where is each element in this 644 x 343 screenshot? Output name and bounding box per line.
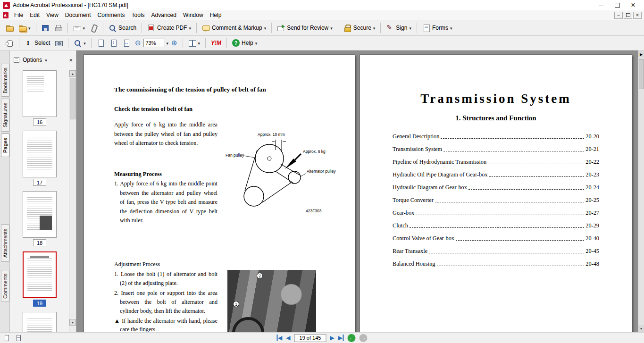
tab-pages[interactable]: Pages: [1, 134, 9, 157]
secure-button[interactable]: Secure: [342, 23, 377, 33]
actual-size-button[interactable]: [95, 38, 107, 48]
comment-markup-button[interactable]: Comment & Markup: [200, 23, 268, 33]
next-page-button[interactable]: [330, 335, 335, 341]
fit-width-button[interactable]: [120, 38, 132, 48]
toc-leader: [456, 240, 584, 241]
diagram-label-fan-pulley: Fan pulley: [226, 153, 244, 158]
single-page-view-icon[interactable]: [3, 335, 10, 342]
toc-entry: Transmission System 20-21: [393, 146, 599, 153]
first-page-button[interactable]: [276, 335, 282, 341]
page-thumbnail-17[interactable]: 17: [23, 131, 57, 186]
tab-bookmarks[interactable]: Bookmarks: [1, 64, 9, 97]
fit-page-button[interactable]: [108, 38, 119, 48]
diagram-label-alternator-pulley: Alternator pulley: [307, 169, 336, 174]
menu-help[interactable]: Help: [207, 11, 225, 19]
forms-label: Forms: [432, 25, 448, 31]
forms-button[interactable]: Forms: [420, 23, 454, 33]
zoom-out-button[interactable]: [133, 37, 143, 49]
send-for-review-button[interactable]: Send for Review: [275, 23, 335, 33]
zoom-in-icon: [171, 39, 177, 47]
toc-entry: Pipeline of Hydrodynamic Transmission 20…: [393, 159, 599, 166]
yahoo-messenger-icon: Y!M: [211, 40, 221, 46]
zoom-level-field[interactable]: [143, 39, 165, 47]
email-button[interactable]: [71, 23, 87, 33]
print-button[interactable]: [52, 23, 64, 33]
help-button[interactable]: Help: [230, 38, 259, 48]
menu-file[interactable]: File: [11, 11, 26, 19]
menu-view[interactable]: View: [43, 11, 62, 19]
doc-restore-button[interactable]: [624, 12, 632, 19]
continuous-view-icon[interactable]: [15, 335, 22, 342]
menu-document[interactable]: Document: [62, 11, 94, 19]
tab-attachments[interactable]: Attachments: [1, 224, 9, 262]
save-button[interactable]: [40, 23, 51, 33]
snapshot-tool-button[interactable]: [53, 38, 65, 48]
toc-leader: [437, 266, 585, 266]
previous-view-button[interactable]: [348, 334, 356, 342]
yahoo-messenger-button[interactable]: Y!M: [209, 38, 223, 48]
maximize-button[interactable]: [609, 0, 625, 10]
page-layout-button[interactable]: [186, 38, 202, 48]
menu-edit[interactable]: Edit: [26, 11, 43, 19]
toolbar-separator: [67, 23, 68, 33]
options-menu[interactable]: Options: [23, 57, 42, 63]
scroll-up-icon[interactable]: [69, 70, 76, 77]
menu-comments[interactable]: Comments: [94, 11, 128, 19]
zoom-in-button[interactable]: [169, 37, 179, 49]
last-page-button[interactable]: [338, 335, 344, 341]
select-tool-button[interactable]: Select: [23, 38, 52, 48]
toolbar-separator: [91, 38, 92, 48]
hand-tool-button[interactable]: [4, 38, 16, 48]
organizer-button[interactable]: [17, 23, 33, 33]
diagram-label-10mm: Approx. 10 mm: [258, 132, 285, 137]
page-thumbnail-16[interactable]: 16: [23, 70, 57, 125]
toc-label: Control Valve of Gear-box: [393, 235, 454, 242]
search-button[interactable]: Search: [107, 23, 138, 33]
scroll-down-icon[interactable]: [638, 325, 644, 332]
doc-close-button[interactable]: [633, 12, 642, 19]
dropdown-caret-icon: [189, 25, 191, 31]
next-view-button[interactable]: [360, 334, 368, 342]
page-thumbnail-19-selected[interactable]: 19: [23, 251, 57, 307]
camera-icon: [55, 39, 63, 47]
previous-page-button[interactable]: [286, 335, 290, 341]
scrollbar-thumb[interactable]: [70, 78, 75, 119]
scrollbar-thumb[interactable]: [639, 59, 644, 89]
tab-signatures[interactable]: Signatures: [1, 99, 9, 132]
vertical-scrollbar[interactable]: [638, 50, 644, 332]
create-pdf-label: Create PDF: [157, 25, 187, 31]
adjustment-step: 2. Insert one pole or support into the a…: [114, 289, 217, 316]
diagram-label-6kg: Approx. 6 kg: [303, 149, 326, 154]
open-button[interactable]: [4, 23, 16, 33]
minimize-button[interactable]: [593, 0, 609, 10]
close-button[interactable]: [625, 0, 641, 10]
panel-scrollbar[interactable]: [69, 70, 76, 332]
dropdown-caret-icon[interactable]: [166, 40, 168, 46]
adjustment-process-heading: Adjustment Process: [114, 261, 160, 268]
doc-minimize-button[interactable]: [614, 12, 623, 19]
panel-close-icon[interactable]: [69, 57, 73, 64]
dropdown-caret-icon: [409, 25, 411, 31]
menu-tools[interactable]: Tools: [128, 11, 148, 19]
tab-comments[interactable]: Comments: [1, 270, 9, 302]
create-pdf-icon: [147, 24, 155, 32]
sign-button[interactable]: Sign: [384, 23, 413, 33]
intro-paragraph: Apply force of 6 kg into the middle area…: [114, 120, 217, 148]
dropdown-caret-icon: [264, 25, 267, 31]
attach-button[interactable]: [88, 23, 100, 33]
document-viewer[interactable]: The commissioning of the tension of pull…: [76, 50, 638, 332]
create-pdf-button[interactable]: Create PDF: [145, 23, 193, 33]
page-thumbnail-20[interactable]: [23, 312, 57, 332]
scroll-down-icon[interactable]: [69, 319, 76, 326]
page-number-field[interactable]: [294, 334, 326, 342]
toolbar-separator: [380, 23, 381, 33]
scroll-arrow-icon[interactable]: [638, 51, 644, 58]
zoom-tool-button[interactable]: [72, 38, 88, 48]
chapter-subtitle: 1. Structures and Function: [360, 114, 632, 122]
menu-window[interactable]: Window: [180, 11, 207, 19]
dropdown-caret-icon: [83, 25, 85, 31]
dropdown-caret-icon[interactable]: [45, 57, 47, 63]
toc-leader: [416, 215, 584, 215]
menu-advanced[interactable]: Advanced: [148, 11, 180, 19]
page-thumbnail-18[interactable]: 18: [23, 191, 57, 246]
